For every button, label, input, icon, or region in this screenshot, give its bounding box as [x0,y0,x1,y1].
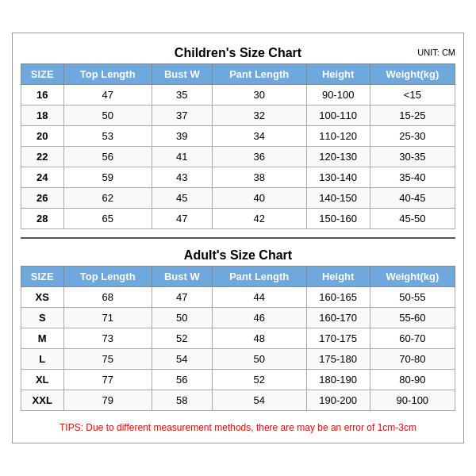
table-row: 28654742150-16045-50 [21,209,455,229]
table-row: XL775652180-19080-90 [21,370,455,390]
table-row: 20533934110-12025-30 [21,126,455,147]
children-table-body: 1647353090-100<1518503732100-11015-25205… [21,85,455,229]
size-chart-container: Children's Size Chart UNIT: CM SIZE Top … [12,33,464,443]
unit-label: UNIT: CM [417,48,455,57]
tips-text: TIPS: Due to different measurement metho… [21,419,455,435]
adult-table-body: XS684744160-16550-55S715046160-17055-60M… [21,287,455,411]
col-header-height: Height [306,64,370,85]
col-header-size-adult: SIZE [21,267,64,287]
section-divider [21,237,455,239]
col-header-size: SIZE [21,64,64,85]
col-header-pant-length-adult: Pant Length [212,267,306,287]
table-row: 1647353090-100<15 [21,85,455,106]
table-row: L755450175-18070-80 [21,349,455,370]
table-row: 24594338130-14035-40 [21,167,455,188]
col-header-weight: Weight(kg) [370,64,455,85]
col-header-pant-length: Pant Length [212,64,306,85]
children-table-header: SIZE Top Length Bust W Pant Length Heigh… [21,64,455,85]
table-row: XXL795854190-20090-100 [21,390,455,411]
col-header-bust-w: Bust W [152,64,212,85]
table-row: 18503732100-11015-25 [21,106,455,126]
adult-size-table: SIZE Top Length Bust W Pant Length Heigh… [21,266,455,411]
table-row: 22564136120-13030-35 [21,147,455,167]
col-header-top-length: Top Length [63,64,152,85]
col-header-weight-adult: Weight(kg) [370,267,455,287]
adult-table-header: SIZE Top Length Bust W Pant Length Heigh… [21,267,455,287]
adult-section-title: Adult's Size Chart [21,244,455,266]
col-header-top-length-adult: Top Length [63,267,152,287]
col-header-height-adult: Height [306,267,370,287]
col-header-bust-w-adult: Bust W [152,267,212,287]
table-row: M735248170-17560-70 [21,328,455,349]
children-section-title: Children's Size Chart UNIT: CM [21,41,455,63]
table-row: XS684744160-16550-55 [21,287,455,308]
children-size-table: SIZE Top Length Bust W Pant Length Heigh… [21,63,455,229]
table-row: 26624540140-15040-45 [21,188,455,209]
table-row: S715046160-17055-60 [21,308,455,328]
